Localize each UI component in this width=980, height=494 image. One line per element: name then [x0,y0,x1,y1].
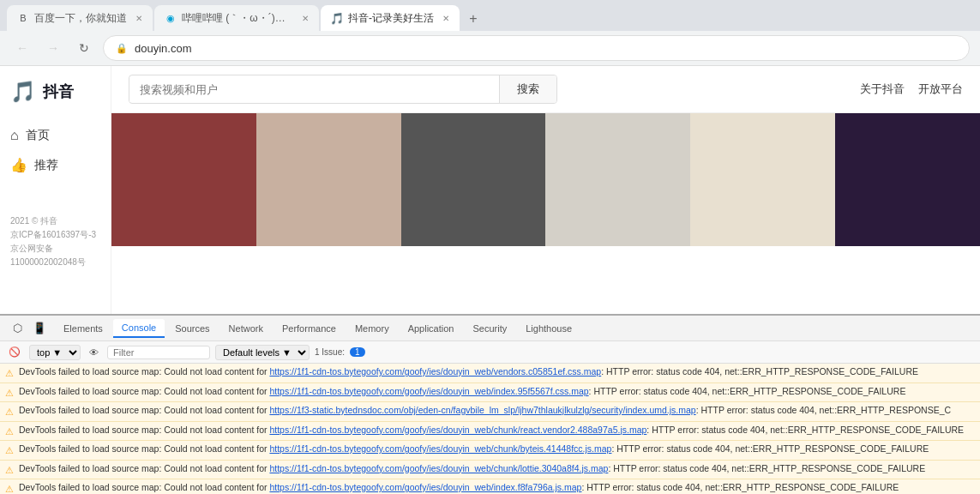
tab-bar: B 百度一下，你就知道 ✕ ◉ 哔哩哔哩 (｀・ω・´)ゞ 千杯--bili ✕… [0,0,980,31]
console-toolbar: 🚫 top ▼ 👁 Default levels ▼ 1 Issue: 1 [0,341,980,364]
tab-close-bili[interactable]: ✕ [302,14,309,23]
tab-bilibili[interactable]: ◉ 哔哩哔哩 (｀・ω・´)ゞ 千杯--bili ✕ [154,5,319,31]
video-item-6[interactable] [835,113,980,246]
like-icon: 👍 [10,157,27,173]
log-text: DevTools failed to load source map: Coul… [19,443,975,456]
video-grid [111,113,980,246]
video-item-1[interactable] [111,113,256,246]
tab-application[interactable]: Application [400,320,463,337]
header-links: 关于抖音 开放平台 [860,81,963,97]
tab-baidu[interactable]: B 百度一下，你就知道 ✕ [7,5,153,31]
page-root: B 百度一下，你就知道 ✕ ◉ 哔哩哔哩 (｀・ω・´)ゞ 千杯--bili ✕… [0,0,980,494]
warn-icon: ⚠ [5,482,14,494]
tab-elements[interactable]: Elements [55,320,111,337]
address-bar: ← → ↻ 🔒 douyin.com [0,31,980,65]
log-text: DevTools failed to load source map: Coul… [19,481,975,494]
open-platform-link[interactable]: 开放平台 [918,81,963,97]
console-output[interactable]: ⚠ DevTools failed to load source map: Co… [0,364,980,494]
tab-security[interactable]: Security [464,320,515,337]
footer-police: 京公网安备 [10,242,100,256]
devtools-icons: ⬡ 📱 [3,320,53,337]
nav-item-recommend[interactable]: 👍 推荐 [10,150,100,180]
refresh-button[interactable]: ↻ [72,36,96,60]
tab-performance[interactable]: Performance [274,320,345,337]
tab-douyin[interactable]: 🎵 抖音-记录美好生活 ✕ [321,5,460,31]
inspect-icon[interactable]: ⬡ [9,320,26,337]
clear-console-btn[interactable]: 🚫 [5,345,24,359]
nav-item-home[interactable]: ⌂ 首页 [10,121,100,150]
log-link[interactable]: https://1f3-static.bytednsdoc.com/obj/ed… [269,405,695,415]
log-line: ⚠ DevTools failed to load source map: Co… [0,364,980,383]
tab-network[interactable]: Network [220,320,272,337]
site-header: 搜索 关于抖音 开放平台 [111,66,980,113]
tab-favicon-bili: ◉ [165,12,177,24]
search-button[interactable]: 搜索 [499,75,556,103]
tab-title-baidu: 百度一下，你就知道 [34,11,127,26]
sidebar: 🎵 抖音 ⌂ 首页 👍 推荐 2021 © 抖音 京ICP备16016397号-… [0,66,111,314]
tab-close-douyin[interactable]: ✕ [442,14,449,23]
log-link[interactable]: https://1f1-cdn-tos.bytegoofy.com/goofy/… [269,463,608,473]
log-line: ⚠ DevTools failed to load source map: Co… [0,422,980,442]
log-link[interactable]: https://1f1-cdn-tos.bytegoofy.com/goofy/… [269,482,581,492]
nav-label-home: 首页 [26,128,50,143]
filter-input[interactable] [107,346,210,359]
log-text: DevTools failed to load source map: Coul… [19,385,975,399]
log-line: ⚠ DevTools failed to load source map: Co… [0,402,980,422]
tab-favicon-douyin: 🎵 [331,12,343,24]
warn-icon: ⚠ [5,463,14,478]
new-tab-button[interactable]: + [461,7,485,31]
log-link[interactable]: https://1f1-cdn-tos.bytegoofy.com/goofy/… [269,425,646,435]
context-select[interactable]: top ▼ [29,345,81,360]
device-icon[interactable]: 📱 [31,320,48,337]
log-line: ⚠ DevTools failed to load source map: Co… [0,479,980,494]
tab-memory[interactable]: Memory [346,320,398,337]
footer-police-num: 11000002002048号 [10,256,100,269]
tab-sources[interactable]: Sources [166,320,218,337]
logo-text: 抖音 [43,81,74,102]
log-text: DevTools failed to load source map: Coul… [19,365,975,379]
video-item-5[interactable] [690,113,835,246]
warn-icon: ⚠ [5,386,14,401]
nav-label-recommend: 推荐 [34,158,58,173]
log-line: ⚠ DevTools failed to load source map: Co… [0,461,980,480]
eye-btn[interactable]: 👁 [86,346,102,359]
warn-icon: ⚠ [5,405,14,419]
site-main: 🎵 抖音 ⌂ 首页 👍 推荐 2021 © 抖音 京ICP备16016397号-… [0,66,980,314]
devtools-tab-bar: ⬡ 📱 Elements Console Sources Network Per… [0,316,980,341]
tab-close-baidu[interactable]: ✕ [135,14,142,23]
issue-label: 1 Issue: [315,347,345,357]
url-bar[interactable]: 🔒 douyin.com [103,35,970,61]
logo-area: 🎵 抖音 [10,80,100,104]
tab-lighthouse[interactable]: Lighthouse [517,320,580,337]
issue-badge: 1 [350,347,365,357]
log-line: ⚠ DevTools failed to load source map: Co… [0,383,980,403]
browser-chrome: B 百度一下，你就知道 ✕ ◉ 哔哩哔哩 (｀・ω・´)ゞ 千杯--bili ✕… [0,0,980,66]
log-link[interactable]: https://1f1-cdn-tos.bytegoofy.com/goofy/… [269,386,588,396]
search-container: 搜索 [129,75,557,104]
search-input[interactable] [129,77,499,102]
log-text: DevTools failed to load source map: Coul… [19,462,975,476]
sidebar-footer: 2021 © 抖音 京ICP备16016397号-3 京公网安备 1100000… [10,214,100,269]
video-item-4[interactable] [545,113,690,246]
log-link[interactable]: https://1f1-cdn-tos.bytegoofy.com/goofy/… [269,443,611,454]
tab-title-bili: 哔哩哔哩 (｀・ω・´)ゞ 千杯--bili [182,11,293,26]
log-line: ⚠ DevTools failed to load source map: Co… [0,441,980,461]
about-link[interactable]: 关于抖音 [860,81,905,97]
warn-icon: ⚠ [5,443,14,458]
video-item-2[interactable] [256,113,401,246]
footer-copyright: 2021 © 抖音 [10,214,100,228]
forward-button[interactable]: → [41,36,65,60]
video-item-3[interactable] [401,113,546,246]
warn-icon: ⚠ [5,366,14,381]
warn-icon: ⚠ [5,425,14,439]
home-icon: ⌂ [10,128,19,143]
log-link[interactable]: https://1f1-cdn-tos.bytegoofy.com/goofy/… [269,366,601,377]
logo-icon: 🎵 [10,80,36,104]
tab-console[interactable]: Console [113,319,165,338]
tab-favicon-baidu: B [17,12,29,24]
site-area: 🎵 抖音 ⌂ 首页 👍 推荐 2021 © 抖音 京ICP备16016397号-… [0,66,980,314]
main-content: 搜索 关于抖音 开放平台 [111,66,980,314]
log-text: DevTools failed to load source map: Coul… [19,404,975,418]
level-select[interactable]: Default levels ▼ [215,345,310,360]
back-button[interactable]: ← [10,36,34,60]
